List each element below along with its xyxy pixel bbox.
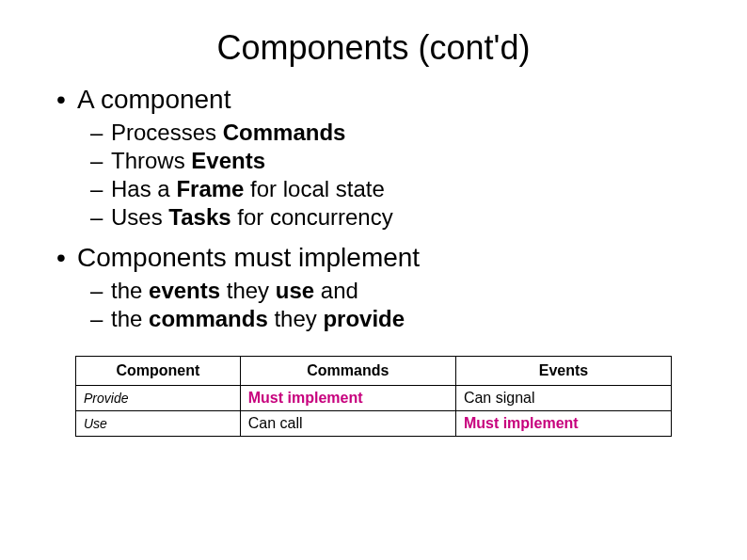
sub-text: Uses Tasks for concurrency: [111, 203, 393, 232]
sub-frame: – Has a Frame for local state: [90, 175, 691, 203]
row-provide: Provide: [76, 386, 241, 411]
slide-title: Components (cont'd): [56, 28, 691, 68]
sub-commands-provide: – the commands they provide: [90, 305, 691, 333]
bullet-text: A component: [77, 85, 230, 115]
cell: Must implement: [240, 386, 455, 411]
row-use: Use: [76, 411, 241, 437]
cell: Can call: [240, 411, 455, 437]
sub-text: Has a Frame for local state: [111, 175, 385, 203]
bullet-implement: • Components must implement: [56, 243, 691, 273]
sub-text: the events they use and: [111, 277, 358, 305]
sub-throws: – Throws Events: [90, 147, 691, 175]
table-row: Provide Must implement Can signal: [76, 386, 672, 411]
dash-icon: –: [90, 305, 111, 333]
table: Component Commands Events Provide Must i…: [75, 356, 672, 437]
dash-icon: –: [90, 203, 111, 232]
bullet-icon: •: [56, 243, 77, 273]
sub-list-2: – the events they use and – the commands…: [90, 277, 691, 333]
bullet-icon: •: [56, 85, 77, 115]
bullet-component: • A component: [56, 85, 691, 115]
dash-icon: –: [90, 277, 111, 305]
col-component: Component: [76, 357, 241, 386]
sub-tasks: – Uses Tasks for concurrency: [90, 203, 691, 232]
dash-icon: –: [90, 119, 111, 147]
sub-text: Throws Events: [111, 147, 265, 175]
table-header-row: Component Commands Events: [76, 357, 672, 386]
component-table: Component Commands Events Provide Must i…: [75, 356, 672, 437]
col-events: Events: [455, 357, 671, 386]
cell: Can signal: [455, 386, 671, 411]
cell: Must implement: [455, 411, 671, 437]
sub-processes: – Processes Commands: [90, 119, 691, 147]
dash-icon: –: [90, 175, 111, 203]
slide: Components (cont'd) • A component – Proc…: [0, 0, 747, 560]
sub-text: the commands they provide: [111, 305, 405, 333]
sub-events-use: – the events they use and: [90, 277, 691, 305]
dash-icon: –: [90, 147, 111, 175]
bullet-text: Components must implement: [77, 243, 420, 273]
table-row: Use Can call Must implement: [76, 411, 672, 437]
sub-list-1: – Processes Commands – Throws Events – H…: [90, 119, 691, 232]
col-commands: Commands: [240, 357, 455, 386]
sub-text: Processes Commands: [111, 119, 345, 147]
